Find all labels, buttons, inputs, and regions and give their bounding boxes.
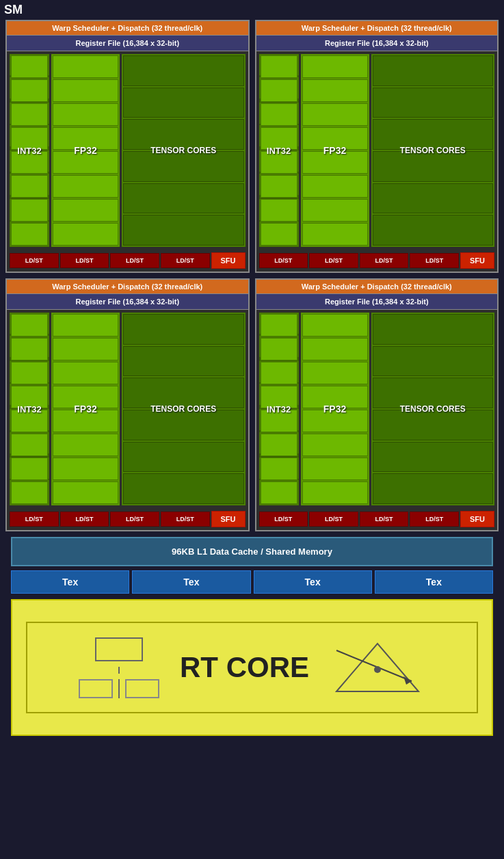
core-visual-4: INT32 FP32 (256, 310, 498, 508)
sm-label: SM (0, 0, 504, 20)
ldst-4-1: LD/ST (259, 512, 308, 527)
tex-2: Tex (132, 570, 250, 594)
fp32-col-1: FP32 (51, 54, 120, 247)
bottom-row-1: LD/ST LD/ST LD/ST LD/ST SFU (7, 250, 248, 272)
warp-scheduler-4: Warp Scheduler + Dispatch (32 thread/clk… (256, 280, 498, 294)
sm-unit-1: Warp Scheduler + Dispatch (32 thread/clk… (5, 20, 250, 273)
register-file-1: Register File (16,384 x 32-bit) (7, 36, 248, 51)
tex-1: Tex (11, 570, 129, 594)
bottom-row-4: LD/ST LD/ST LD/ST LD/ST SFU (256, 508, 498, 530)
ldst-3-3: LD/ST (110, 512, 159, 527)
ldst-4-2: LD/ST (309, 512, 358, 527)
ldst-2-4: LD/ST (410, 253, 459, 268)
ldst-1-2: LD/ST (60, 253, 109, 268)
sfu-1: SFU (211, 252, 246, 269)
tex-3: Tex (254, 570, 372, 594)
rt-diagram-box-top (95, 637, 143, 661)
ldst-3-4: LD/ST (161, 512, 210, 527)
core-visual-3: INT32 FP32 (7, 310, 248, 508)
tex-row: Tex Tex Tex Tex (11, 570, 493, 594)
svg-line-1 (336, 650, 412, 681)
register-file-3: Register File (16,384 x 32-bit) (7, 294, 248, 310)
rt-diagram-left (79, 637, 159, 698)
register-file-4: Register File (16,384 x 32-bit) (256, 294, 498, 310)
tensor-col-1: TENSOR CORES (122, 54, 246, 247)
ldst-3-1: LD/ST (10, 512, 59, 527)
fp32-col-4: FP32 (301, 313, 369, 505)
tex-4: Tex (375, 570, 493, 594)
rt-core-label: RT CORE (180, 651, 309, 684)
rt-diagram-box-left (79, 679, 113, 698)
ldst-1-4: LD/ST (161, 253, 210, 268)
rt-diagram-svg (330, 637, 425, 698)
l1-cache: 96KB L1 Data Cache / Shared Memory (11, 537, 493, 566)
fp32-col-2: FP32 (301, 54, 369, 247)
core-visual-2: INT32 FP32 (256, 51, 498, 250)
ldst-2-2: LD/ST (309, 253, 358, 268)
warp-scheduler-3: Warp Scheduler + Dispatch (32 thread/clk… (7, 280, 248, 294)
ldst-3-2: LD/ST (60, 512, 109, 527)
tensor-col-2: TENSOR CORES (371, 54, 495, 247)
core-visual-1: INT32 FP32 (7, 51, 248, 250)
warp-scheduler-2: Warp Scheduler + Dispatch (32 thread/clk… (256, 21, 498, 36)
ldst-4-3: LD/ST (360, 512, 409, 527)
bottom-row-2: LD/ST LD/ST LD/ST LD/ST SFU (256, 250, 498, 272)
sfu-4: SFU (460, 511, 494, 527)
sm-unit-2: Warp Scheduler + Dispatch (32 thread/clk… (255, 20, 499, 273)
quadrant-grid: Warp Scheduler + Dispatch (32 thread/clk… (5, 20, 499, 531)
sfu-2: SFU (460, 252, 494, 269)
int32-col-3: INT32 (10, 313, 49, 505)
ldst-1-3: LD/ST (110, 253, 159, 268)
svg-point-3 (374, 666, 381, 673)
sm-unit-3: Warp Scheduler + Dispatch (32 thread/clk… (5, 278, 250, 531)
rt-diagram-right (330, 637, 425, 698)
sm-unit-4: Warp Scheduler + Dispatch (32 thread/clk… (255, 278, 499, 531)
int32-col-2: INT32 (259, 54, 299, 247)
ldst-4-4: LD/ST (410, 512, 459, 527)
tensor-col-4: TENSOR CORES (371, 313, 495, 505)
bottom-row-3: LD/ST LD/ST LD/ST LD/ST SFU (7, 508, 248, 530)
rt-diagram-box-right (125, 679, 159, 698)
rt-core-container: RT CORE (11, 599, 493, 736)
tensor-col-3: TENSOR CORES (122, 313, 246, 505)
ldst-2-3: LD/ST (360, 253, 409, 268)
rt-diagram-boxes-bottom (79, 679, 159, 698)
sfu-3: SFU (211, 511, 246, 527)
fp32-col-3: FP32 (51, 313, 120, 505)
warp-scheduler-1: Warp Scheduler + Dispatch (32 thread/clk… (7, 21, 248, 36)
register-file-2: Register File (16,384 x 32-bit) (256, 36, 498, 51)
ldst-2-1: LD/ST (259, 253, 308, 268)
int32-col-1: INT32 (10, 54, 49, 247)
int32-col-4: INT32 (259, 313, 299, 505)
rt-core-inner: RT CORE (26, 622, 478, 713)
ldst-1-1: LD/ST (10, 253, 59, 268)
